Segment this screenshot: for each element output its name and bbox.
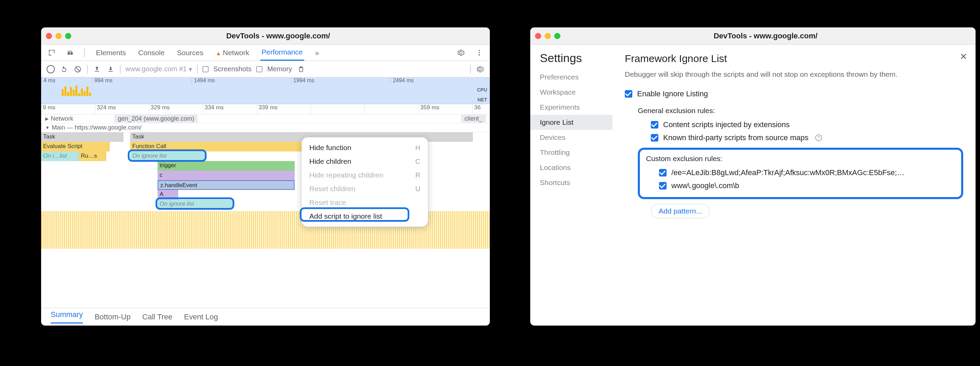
tab-more[interactable]: » (314, 45, 321, 60)
nav-ignore-list[interactable]: Ignore List (530, 115, 612, 130)
download-icon[interactable] (106, 65, 115, 74)
flame-bar-evaluate-script[interactable]: Evaluate Script (41, 142, 110, 151)
flame-bar[interactable]: Ru…s (79, 151, 106, 161)
menu-reset-children: Reset childrenU (302, 182, 428, 196)
devtools-window-settings: DevTools - www.google.com/ Settings Pref… (530, 27, 975, 326)
flame-bar-ignored[interactable]: On ignore list (158, 199, 233, 209)
ov-tick: 994 ms (92, 78, 191, 84)
tab-call-tree[interactable]: Call Tree (142, 312, 172, 321)
custom-rule-1[interactable]: /ee=ALeJib:B8gLwd;AfeaP:TkrAjf;Afksuc:wM… (659, 166, 955, 179)
net-label: NET (477, 97, 487, 102)
rule-third-party[interactable]: Known third-party scripts from source ma… (651, 131, 963, 144)
flame-bar-selected[interactable]: z.handleEvent (158, 180, 294, 190)
flame-bar-ignored[interactable]: On ignore list (130, 151, 205, 161)
record-button[interactable] (46, 65, 55, 73)
svg-point-1 (479, 52, 480, 54)
maximize-window-button[interactable] (65, 33, 71, 39)
maximize-window-button[interactable] (554, 33, 560, 39)
checkbox-icon[interactable] (625, 90, 632, 98)
flame-bar[interactable]: c (158, 171, 294, 180)
checkbox-icon[interactable] (659, 182, 667, 189)
rule-content-scripts[interactable]: Content scripts injected by extensions (651, 118, 963, 131)
nav-workspace[interactable]: Workspace (530, 84, 612, 100)
main-track-header[interactable]: ▼ Main — https://www.google.com/ (41, 123, 490, 132)
nav-experiments[interactable]: Experiments (530, 100, 612, 115)
ov-tick: 1994 ms (291, 78, 390, 84)
custom-rule-2[interactable]: www\.google\.com\b (659, 179, 955, 192)
general-rules-label: General exclusion rules: (638, 107, 963, 115)
chevron-right-icon: ▶ (45, 116, 49, 121)
devtools-window-performance: DevTools - www.google.com/ Elements Cons… (41, 27, 490, 326)
menu-hide-repeating: Hide repeating childrenR (302, 168, 428, 182)
svg-point-2 (479, 54, 480, 56)
settings-description: Debugger will skip through the scripts a… (625, 69, 963, 79)
menu-reset-trace: Reset trace (302, 196, 428, 209)
performance-toolbar: www.google.com #1 ▾ Screenshots Memory (41, 61, 490, 78)
tab-summary[interactable]: Summary (51, 310, 83, 323)
close-icon[interactable]: ✕ (960, 51, 967, 62)
inspect-icon[interactable] (47, 48, 56, 57)
ov-tick: 2494 ms (390, 78, 490, 84)
details-tabs: Summary Bottom-Up Call Tree Event Log (41, 308, 490, 326)
nav-locations[interactable]: Locations (530, 160, 612, 175)
reload-icon[interactable] (60, 65, 68, 74)
menu-hide-children[interactable]: Hide childrenC (302, 154, 428, 168)
device-toggle-icon[interactable] (66, 48, 75, 57)
custom-rules-label: Custom exclusion rules: (646, 154, 955, 163)
screenshots-checkbox[interactable] (202, 66, 208, 72)
settings-title: Settings (530, 51, 612, 70)
minimize-window-button[interactable] (545, 33, 551, 39)
network-entry[interactable]: client_ (461, 115, 486, 123)
kebab-icon[interactable] (475, 48, 484, 57)
help-icon[interactable]: ? (815, 134, 822, 141)
window-title: DevTools - www.google.com/ (560, 32, 971, 40)
flame-bar-ignored[interactable]: On i…list (41, 151, 79, 161)
close-window-button[interactable] (46, 33, 52, 39)
tab-console[interactable]: Console (137, 45, 166, 60)
nav-shortcuts[interactable]: Shortcuts (530, 175, 612, 190)
flame-bar[interactable]: A (158, 190, 178, 199)
upload-icon[interactable] (92, 65, 102, 74)
tab-bottom-up[interactable]: Bottom-Up (95, 312, 130, 321)
minimize-window-button[interactable] (56, 33, 62, 39)
context-selector[interactable]: www.google.com #1 ▾ (126, 65, 192, 73)
network-entry[interactable]: gen_204 (www.google.com) (115, 115, 198, 123)
memory-label: Memory (267, 65, 292, 73)
nav-throttling[interactable]: Throttling (530, 145, 612, 160)
checkbox-icon[interactable] (659, 169, 667, 177)
traffic-lights (535, 33, 560, 39)
chevron-down-icon: ▼ (45, 125, 50, 130)
nav-devices[interactable]: Devices (530, 130, 612, 145)
tab-performance[interactable]: Performance (260, 45, 304, 60)
tab-sources[interactable]: Sources (176, 45, 205, 60)
titlebar[interactable]: DevTools - www.google.com/ (530, 27, 975, 45)
close-window-button[interactable] (535, 33, 541, 39)
tab-event-log[interactable]: Event Log (184, 312, 218, 321)
menu-hide-function[interactable]: Hide functionH (302, 141, 428, 154)
clear-icon[interactable] (73, 65, 82, 74)
context-menu: Hide functionH Hide childrenC Hide repea… (301, 137, 428, 227)
main-panel-tabs: Elements Console Sources Network Perform… (41, 45, 490, 61)
svg-point-0 (479, 50, 480, 51)
gear-icon[interactable] (456, 48, 465, 57)
overview-minimap[interactable]: 4 ms 994 ms 1494 ms 1994 ms 2494 ms CPU … (41, 78, 490, 104)
titlebar[interactable]: DevTools - www.google.com/ (41, 27, 490, 45)
tab-network[interactable]: Network (215, 45, 251, 60)
memory-checkbox[interactable] (256, 66, 262, 72)
tab-elements[interactable]: Elements (95, 45, 127, 60)
trash-icon[interactable] (297, 65, 305, 74)
ov-tick: 1494 ms (191, 78, 291, 84)
nav-preferences[interactable]: Preferences (530, 70, 612, 84)
window-title: DevTools - www.google.com/ (71, 32, 485, 40)
flame-bar-task[interactable]: Task (41, 132, 123, 142)
ov-tick: 4 ms (41, 78, 92, 84)
enable-ignore-listing-row[interactable]: Enable Ignore Listing (625, 88, 963, 100)
menu-add-ignore[interactable]: Add script to ignore list (302, 209, 428, 223)
checkbox-icon[interactable] (651, 121, 659, 129)
gear-icon[interactable] (476, 65, 484, 74)
checkbox-icon[interactable] (651, 134, 659, 142)
network-track[interactable]: ▶ Network gen_204 (www.google.com) clien… (41, 115, 490, 123)
time-ruler[interactable]: 9 ms 324 ms 329 ms 334 ms 339 ms 359 ms … (41, 104, 490, 115)
flame-bar-trigger[interactable]: trigger (158, 161, 294, 171)
add-pattern-button[interactable]: Add pattern... (651, 204, 710, 218)
